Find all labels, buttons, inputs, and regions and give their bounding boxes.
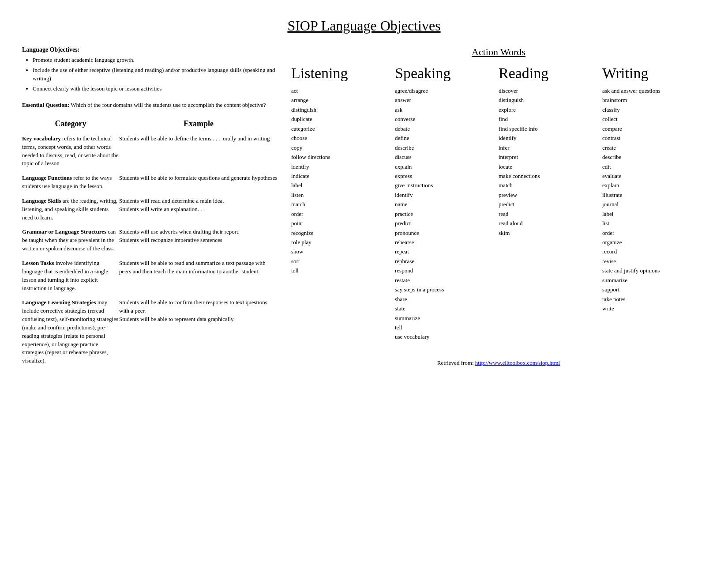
- list-item: state and justify opinions: [602, 266, 706, 275]
- list-item: Include the use of either receptive (lis…: [33, 66, 278, 83]
- list-item: match: [499, 181, 602, 190]
- listening-col: Listening act arrange distinguish duplic…: [291, 65, 395, 342]
- list-item: write: [602, 304, 706, 313]
- list-item: repeat: [395, 247, 499, 256]
- essential-question-label: Essential Question:: [22, 102, 69, 108]
- list-item: give instructions: [395, 181, 499, 190]
- cat-term-lesson-tasks: Lesson Tasks involve identifying languag…: [22, 259, 119, 292]
- list-item: sort: [291, 257, 395, 266]
- list-item: say steps in a process: [395, 285, 499, 294]
- list-item: find: [499, 114, 602, 124]
- list-item: arrange: [291, 95, 395, 105]
- list-item: use vocabulary: [395, 332, 499, 341]
- list-item: describe: [602, 152, 706, 162]
- list-item: contrast: [602, 133, 706, 143]
- list-item: state: [395, 304, 499, 313]
- list-item: pronounce: [395, 228, 499, 238]
- list-item: identify: [291, 162, 395, 171]
- speaking-header: Speaking: [395, 65, 499, 82]
- list-item: recognize: [291, 228, 395, 238]
- cat-row-lesson-tasks: Lesson Tasks involve identifying languag…: [22, 259, 278, 292]
- cat-row-grammar: Grammar or Language Structures can be ta…: [22, 228, 278, 253]
- list-item: practice: [395, 209, 499, 219]
- cat-example-language-learning-strategies: Students will be able to confirm their r…: [119, 299, 278, 324]
- footer: Retrieved from: http://www.elltoolbox.co…: [291, 359, 706, 367]
- list-item: read: [499, 209, 602, 219]
- list-item: ask and answer questions: [602, 86, 706, 95]
- list-item: interpret: [499, 152, 602, 162]
- list-item: distinguish: [499, 95, 602, 105]
- list-item: predict: [499, 200, 602, 209]
- list-item: label: [602, 209, 706, 219]
- list-item: explain: [602, 181, 706, 190]
- footer-text: Retrieved from:: [437, 359, 475, 366]
- list-item: skim: [499, 228, 602, 238]
- list-item: ask: [395, 105, 499, 114]
- list-item: infer: [499, 143, 602, 152]
- list-item: role play: [291, 238, 395, 247]
- cat-example-language-functions: Students will be able to formulate quest…: [119, 174, 278, 182]
- list-item: order: [291, 209, 395, 219]
- list-item: copy: [291, 143, 395, 152]
- cat-term-language-functions: Language Functions refer to the ways stu…: [22, 174, 119, 191]
- listening-words: act arrange distinguish duplicate catego…: [291, 86, 395, 276]
- list-item: explain: [395, 162, 499, 171]
- essential-question-text: Which of the four domains will the stude…: [69, 102, 266, 108]
- list-item: brainstorm: [602, 95, 706, 105]
- essential-question: Essential Question: Which of the four do…: [22, 101, 278, 110]
- list-item: take notes: [602, 295, 706, 304]
- page-title: SIOP Language Objectives: [22, 18, 706, 34]
- list-item: read aloud: [499, 219, 602, 228]
- list-item: discuss: [395, 152, 499, 162]
- list-item: share: [395, 295, 499, 304]
- cat-example-key-vocabulary: Students will be able to define the term…: [119, 135, 278, 143]
- list-item: rephrase: [395, 257, 499, 266]
- list-item: evaluate: [602, 171, 706, 181]
- list-item: point: [291, 219, 395, 228]
- right-column: Action Words Listening act arrange disti…: [291, 46, 706, 371]
- list-item: order: [602, 228, 706, 238]
- list-item: predict: [395, 219, 499, 228]
- list-item: duplicate: [291, 114, 395, 124]
- list-item: support: [602, 285, 706, 294]
- list-item: debate: [395, 124, 499, 133]
- reading-header: Reading: [499, 65, 602, 82]
- list-item: label: [291, 181, 395, 190]
- list-item: summarize: [395, 314, 499, 323]
- list-item: find specific info: [499, 124, 602, 133]
- footer-link[interactable]: http://www.elltoolbox.com/siop.html: [475, 359, 560, 366]
- list-item: tell: [395, 323, 499, 332]
- action-words-section: Listening act arrange distinguish duplic…: [291, 65, 706, 342]
- reading-words: discover distinguish explore find find s…: [499, 86, 602, 238]
- list-item: record: [602, 247, 706, 256]
- list-item: agree/disagree: [395, 86, 499, 95]
- list-item: compare: [602, 124, 706, 133]
- left-column: Language Objectives: Promote student aca…: [22, 46, 278, 371]
- language-objectives-label: Language Objectives:: [22, 46, 278, 53]
- speaking-col: Speaking agree/disagree answer ask conve…: [395, 65, 499, 342]
- cat-term-language-skills: Language Skills are the reading, writing…: [22, 197, 119, 222]
- list-item: define: [395, 133, 499, 143]
- list-item: respond: [395, 266, 499, 275]
- writing-col: Writing ask and answer questions brainst…: [602, 65, 706, 342]
- list-item: illustrate: [602, 190, 706, 200]
- cat-term-grammar: Grammar or Language Structures can be ta…: [22, 228, 119, 253]
- list-item: tell: [291, 266, 395, 275]
- cat-term-key-vocabulary: Key vocabulary refers to the technical t…: [22, 135, 119, 168]
- list-item: answer: [395, 95, 499, 105]
- list-item: discover: [499, 86, 602, 95]
- list-item: journal: [602, 200, 706, 209]
- list-item: indicate: [291, 171, 395, 181]
- writing-words: ask and answer questions brainstorm clas…: [602, 86, 706, 314]
- list-item: preview: [499, 190, 602, 200]
- list-item: express: [395, 171, 499, 181]
- list-item: converse: [395, 114, 499, 124]
- cat-example-language-skills: Students will read and determine a main …: [119, 197, 278, 214]
- list-item: Promote student academic language growth…: [33, 56, 278, 64]
- list-item: show: [291, 247, 395, 256]
- list-item: categorize: [291, 124, 395, 133]
- list-item: summarize: [602, 276, 706, 285]
- list-item: make connections: [499, 171, 602, 181]
- list-item: act: [291, 86, 395, 95]
- list-item: edit: [602, 162, 706, 171]
